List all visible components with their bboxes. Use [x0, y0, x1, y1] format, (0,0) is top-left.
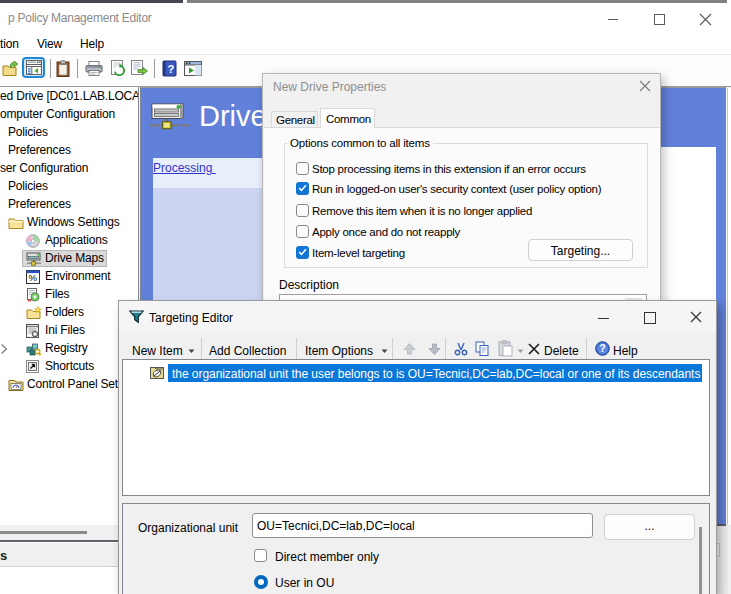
svg-text:?: ?: [600, 343, 606, 354]
svg-text:?: ?: [168, 63, 175, 75]
svg-text:%: %: [29, 272, 38, 283]
